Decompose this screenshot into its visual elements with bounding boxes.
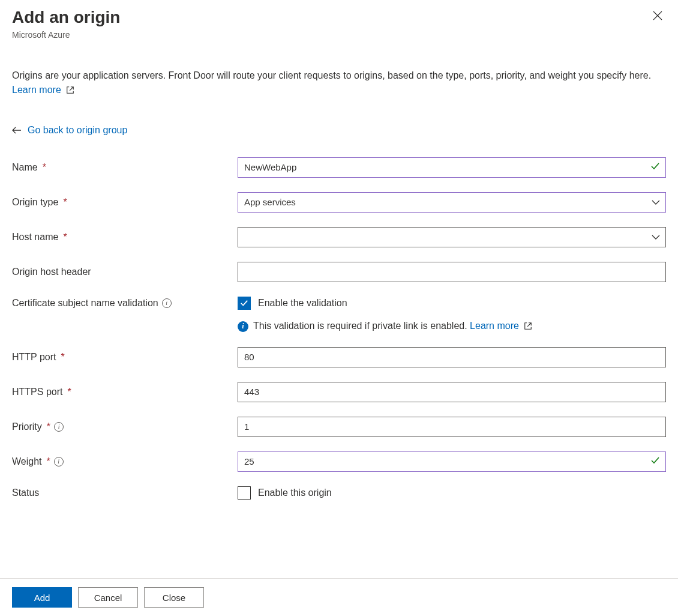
learn-more-link[interactable]: Learn more [12, 85, 74, 95]
status-label: Status [12, 488, 238, 498]
priority-label: Priority* i [12, 421, 238, 432]
origin-type-label: Origin type* [12, 197, 238, 208]
host-name-select[interactable] [238, 227, 666, 247]
name-label: Name* [12, 162, 238, 173]
http-port-input[interactable] [238, 347, 666, 367]
required-indicator: * [43, 162, 46, 173]
external-link-icon [66, 84, 74, 98]
footer: Add Cancel Close [0, 578, 678, 616]
origin-type-label-text: Origin type [12, 197, 58, 208]
back-to-origin-group-link[interactable]: Go back to origin group [28, 125, 127, 136]
required-indicator: * [47, 421, 50, 432]
weight-label-text: Weight [12, 456, 42, 467]
http-port-label: HTTP port* [12, 352, 238, 363]
form: Name* Origin type* Host name* [12, 157, 666, 500]
add-button[interactable]: Add [12, 587, 72, 608]
weight-input[interactable] [238, 451, 666, 472]
weight-label: Weight* i [12, 456, 238, 467]
close-icon[interactable] [649, 7, 666, 24]
priority-input[interactable] [238, 417, 666, 437]
origin-host-header-label: Origin host header [12, 267, 238, 277]
cancel-button[interactable]: Cancel [78, 587, 138, 608]
required-indicator: * [67, 387, 71, 397]
learn-more-label: Learn more [12, 85, 61, 95]
origin-host-header-input[interactable] [238, 262, 666, 282]
info-icon[interactable]: i [162, 298, 172, 308]
page-subtitle: Microsoft Azure [12, 30, 120, 40]
https-port-input[interactable] [238, 382, 666, 402]
host-name-label-text: Host name [12, 232, 58, 243]
enable-origin-label: Enable this origin [258, 488, 332, 498]
required-indicator: * [63, 232, 67, 243]
cert-validation-learn-more-label: Learn more [470, 321, 519, 331]
close-button[interactable]: Close [144, 587, 204, 608]
info-icon[interactable]: i [54, 457, 64, 467]
enable-origin-checkbox[interactable] [238, 486, 251, 500]
required-indicator: * [63, 197, 67, 208]
https-port-label: HTTPS port* [12, 387, 238, 397]
origin-host-header-label-text: Origin host header [12, 267, 91, 277]
required-indicator: * [61, 352, 65, 363]
required-indicator: * [47, 456, 50, 467]
description-body: Origins are your application servers. Fr… [12, 70, 651, 80]
https-port-label-text: HTTPS port [12, 387, 62, 397]
page-title: Add an origin [12, 7, 120, 28]
info-bubble-icon: i [238, 321, 248, 332]
cert-validation-label: Certificate subject name validation i [12, 298, 238, 309]
description-text: Origins are your application servers. Fr… [12, 68, 666, 98]
back-arrow-icon [12, 127, 22, 134]
priority-label-text: Priority [12, 421, 42, 432]
status-label-text: Status [12, 488, 39, 498]
info-icon[interactable]: i [54, 422, 64, 432]
enable-validation-checkbox[interactable] [238, 297, 251, 310]
host-name-label: Host name* [12, 232, 238, 243]
name-label-text: Name [12, 162, 38, 173]
cert-validation-label-text: Certificate subject name validation [12, 298, 158, 309]
cert-validation-info-text: This validation is required if private l… [253, 321, 470, 331]
external-link-icon [524, 322, 532, 333]
name-input[interactable] [238, 157, 666, 178]
cert-validation-learn-more-link[interactable]: Learn more [470, 321, 532, 331]
enable-validation-label: Enable the validation [258, 298, 347, 309]
http-port-label-text: HTTP port [12, 352, 56, 363]
origin-type-select[interactable] [238, 192, 666, 213]
cert-validation-info: i This validation is required if private… [238, 321, 666, 333]
